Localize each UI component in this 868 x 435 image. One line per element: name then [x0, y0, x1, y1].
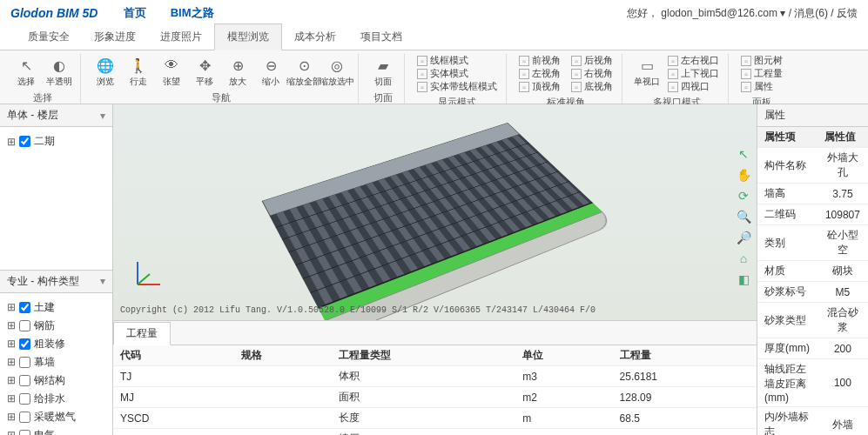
- ribbon-link-实体模式[interactable]: ▫实体模式: [415, 68, 499, 80]
- ribbon-link-属性[interactable]: ▫属性: [739, 81, 784, 93]
- expand-icon[interactable]: ⊞: [7, 356, 16, 368]
- 切面-icon: ▰: [373, 56, 393, 75]
- prop-row: 墙高3.75: [757, 184, 868, 204]
- ribbon-浏览[interactable]: 🌐浏览: [90, 54, 121, 90]
- table-row[interactable]: MJ面积m2128.09: [113, 387, 757, 408]
- expand-icon[interactable]: ⊞: [7, 411, 16, 423]
- ribbon-放大[interactable]: ⊕放大: [222, 54, 253, 90]
- tree-item-采暖燃气[interactable]: ⊞采暖燃气: [7, 408, 105, 426]
- tree-item-粗装修[interactable]: ⊞粗装修: [7, 335, 105, 353]
- tree-item-给排水[interactable]: ⊞给排水: [7, 390, 105, 408]
- ribbon-link-后视角[interactable]: ▫后视角: [569, 55, 615, 67]
- ribbon-缩放选中[interactable]: ◎缩放选中: [321, 54, 353, 90]
- ribbon-link-顶视角[interactable]: ▫顶视角: [517, 81, 562, 93]
- tree-type-header[interactable]: 专业 - 构件类型▾: [0, 271, 112, 293]
- table-row[interactable]: TJ体积m325.6181: [113, 366, 757, 387]
- ribbon-单视口[interactable]: ▭单视口: [631, 54, 663, 94]
- expand-icon[interactable]: ⊞: [7, 429, 16, 435]
- tree-item-钢筋[interactable]: ⊞钢筋: [7, 317, 105, 335]
- ribbon-link-前视角[interactable]: ▫前视角: [517, 55, 562, 67]
- 缩放选中-icon: ◎: [327, 56, 347, 75]
- chevron-down-icon: ▾: [100, 110, 105, 122]
- top-nav: 首页 BIM之路: [124, 5, 234, 21]
- cube-icon[interactable]: ◧: [736, 271, 751, 287]
- expand-icon[interactable]: ⊞: [7, 319, 16, 331]
- expand-icon[interactable]: ⊞: [7, 392, 16, 405]
- ribbon-行走[interactable]: 🚶行走: [123, 54, 154, 90]
- table-row[interactable]: YSCD长度m68.5: [113, 408, 757, 429]
- 半透明-icon: ◐: [50, 56, 69, 75]
- ribbon-link-图元树[interactable]: ▫图元树: [739, 55, 784, 67]
- rotate-icon[interactable]: ⟳: [736, 188, 751, 204]
- 选择-icon: ↖: [17, 56, 36, 75]
- user-link[interactable]: glodon_bim5d@126.com: [661, 7, 777, 19]
- nav-home[interactable]: 首页: [124, 6, 146, 19]
- ribbon-link-左视角[interactable]: ▫左视角: [517, 68, 562, 80]
- tree-item-二期[interactable]: ⊞二期: [7, 132, 105, 151]
- greeting: 您好，: [627, 7, 658, 19]
- checkbox[interactable]: [19, 412, 30, 423]
- tab-1[interactable]: 形象进度: [82, 24, 148, 50]
- quantity-panel: 工程量 代码规格工程量类型单位工程量TJ体积m325.6181MJ面积m2128…: [113, 320, 757, 435]
- ribbon-link-上下视口[interactable]: ▫上下视口: [666, 68, 721, 80]
- main-tabs: 质量安全形象进度进度照片模型浏览成本分析项目文档: [0, 26, 868, 50]
- ribbon-半透明[interactable]: ◐半透明: [44, 54, 75, 90]
- pointer-icon[interactable]: ↖: [736, 146, 751, 162]
- ribbon-缩小[interactable]: ⊖缩小: [255, 54, 286, 90]
- hand-icon[interactable]: ✋: [736, 167, 751, 183]
- checkbox[interactable]: [19, 430, 30, 436]
- ribbon-张望[interactable]: 👁张望: [156, 54, 187, 90]
- user-info: 您好， glodon_bim5d@126.com ▾ / 消息(6) / 反馈: [627, 6, 858, 21]
- checkbox[interactable]: [19, 357, 30, 368]
- ribbon-link-左右视口[interactable]: ▫左右视口: [666, 55, 721, 67]
- ribbon-link-线框模式[interactable]: ▫线框模式: [415, 55, 499, 67]
- checkbox[interactable]: [19, 338, 30, 350]
- tree-item-电气[interactable]: ⊞电气: [7, 426, 105, 436]
- tab-3[interactable]: 模型浏览: [214, 23, 282, 50]
- checkbox[interactable]: [19, 320, 30, 331]
- prop-row: 砂浆标号M5: [757, 282, 868, 303]
- ribbon-link-底视角[interactable]: ▫底视角: [569, 81, 615, 93]
- app-logo: Glodon BIM 5D: [10, 6, 98, 20]
- 缩放全部-icon: ⊙: [294, 56, 313, 75]
- ribbon-link-实体带线框模式[interactable]: ▫实体带线框模式: [415, 81, 499, 93]
- tab-5[interactable]: 项目文档: [348, 24, 414, 50]
- tree-floor-header[interactable]: 单体 - 楼层▾: [0, 104, 112, 127]
- expand-icon[interactable]: ⊞: [7, 338, 16, 350]
- viewport-tools: ↖ ✋ ⟳ 🔍 🔎 ⌂ ◧: [736, 146, 751, 287]
- ribbon-缩放全部[interactable]: ⊙缩放全部: [288, 54, 320, 90]
- tree-item-钢结构[interactable]: ⊞钢结构: [7, 371, 105, 390]
- expand-icon[interactable]: ⊞: [7, 301, 16, 313]
- expand-icon[interactable]: ⊞: [7, 374, 16, 386]
- ribbon-切面[interactable]: ▰切面: [367, 54, 399, 90]
- zoom-in-icon[interactable]: 🔍: [736, 209, 751, 224]
- model-viewport[interactable]: ↖ ✋ ⟳ 🔍 🔎 ⌂ ◧ Copyright (c) 2012 Lifu Ta…: [113, 104, 757, 320]
- ribbon-选择[interactable]: ↖选择: [10, 54, 42, 90]
- ribbon-link-工程量[interactable]: ▫工程量: [739, 68, 784, 80]
- tree-item-土建[interactable]: ⊞土建: [7, 298, 105, 317]
- expand-icon[interactable]: ⊞: [7, 136, 16, 148]
- table-row[interactable]: YSQH墙厚m0.2: [113, 429, 757, 436]
- zoom-out-icon[interactable]: 🔎: [736, 230, 751, 245]
- checkbox[interactable]: [19, 302, 30, 313]
- checkbox[interactable]: [19, 375, 30, 386]
- tab-2[interactable]: 进度照片: [148, 24, 214, 50]
- feedback-link[interactable]: 反馈: [837, 7, 858, 19]
- ribbon-toolbar: ↖选择◐半透明选择🌐浏览🚶行走👁张望✥平移⊕放大⊖缩小⊙缩放全部◎缩放选中导航▰…: [0, 50, 868, 104]
- properties-header: 属性: [757, 104, 868, 127]
- ribbon-link-四视口[interactable]: ▫四视口: [666, 81, 721, 93]
- home-icon[interactable]: ⌂: [736, 251, 751, 266]
- ribbon-link-右视角[interactable]: ▫右视角: [569, 68, 615, 80]
- prop-row: 类别砼小型空: [757, 225, 868, 261]
- tab-0[interactable]: 质量安全: [16, 24, 82, 50]
- checkbox[interactable]: [19, 393, 30, 405]
- tab-4[interactable]: 成本分析: [282, 24, 348, 50]
- 缩小-icon: ⊖: [261, 56, 280, 75]
- messages-link[interactable]: 消息(6): [794, 7, 828, 19]
- tab-quantity[interactable]: 工程量: [113, 322, 171, 345]
- ribbon-平移[interactable]: ✥平移: [189, 54, 220, 90]
- nav-bim-road[interactable]: BIM之路: [171, 6, 214, 19]
- tree-item-幕墙[interactable]: ⊞幕墙: [7, 353, 105, 371]
- svg-line-2: [138, 274, 150, 284]
- checkbox[interactable]: [19, 136, 30, 147]
